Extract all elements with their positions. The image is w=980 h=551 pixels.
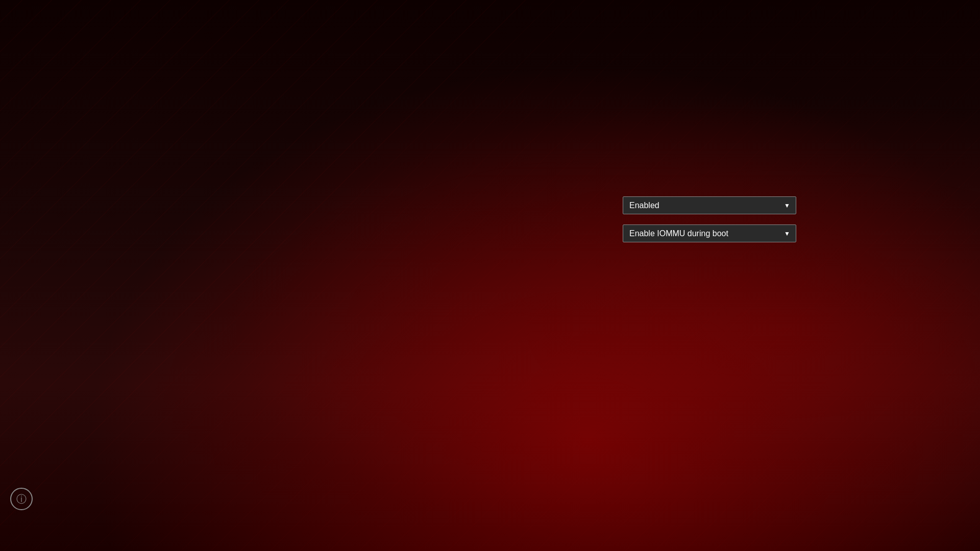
vtd-dropdown-wrapper: Enabled Disabled [623, 196, 796, 214]
vtd-dropdown[interactable]: Enabled Disabled [623, 196, 796, 214]
iommu-dropdown-wrapper: Enable IOMMU during boot Disable IOMMU [623, 224, 796, 242]
bg-lines [0, 0, 980, 551]
main-wrapper: ROG UEFI BIOS Utility – Advanced Mode 05… [0, 0, 980, 551]
info-button[interactable]: ⓘ [10, 488, 33, 510]
iommu-dropdown[interactable]: Enable IOMMU during boot Disable IOMMU [623, 224, 796, 242]
